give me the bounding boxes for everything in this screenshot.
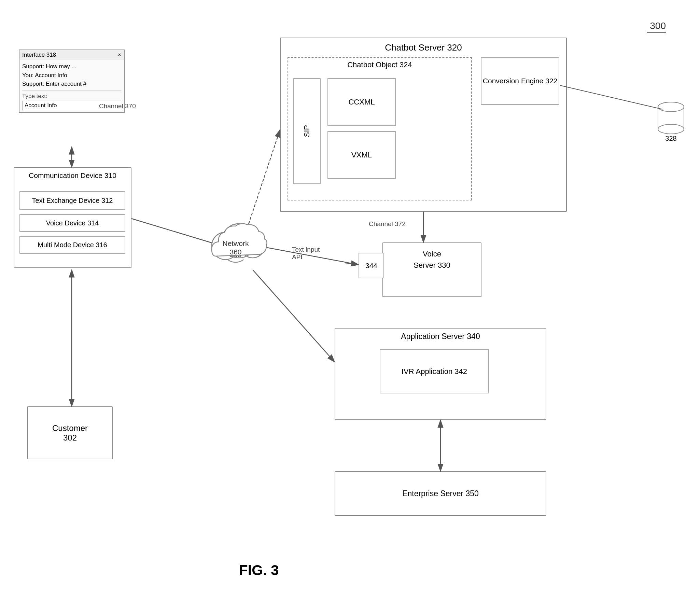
enterprise-server-box: Enterprise Server 350 bbox=[335, 471, 546, 516]
svg-point-2 bbox=[658, 124, 684, 134]
svg-line-16 bbox=[345, 263, 359, 265]
svg-line-12 bbox=[253, 270, 335, 362]
box-344: 344 bbox=[359, 253, 384, 278]
db-label: 328 bbox=[657, 135, 685, 142]
svg-point-3 bbox=[658, 102, 684, 112]
sip-box: SIP bbox=[293, 78, 321, 184]
vxml-box: VXML bbox=[327, 131, 396, 179]
conversion-engine-box: Conversion Engine 322 bbox=[481, 57, 559, 105]
svg-text:Network: Network bbox=[222, 239, 249, 247]
chatbot-object-box: Chatbot Object 324 SIP CCXML VXML bbox=[288, 57, 472, 200]
communication-device-box: Communication Device 310 Text Exchange D… bbox=[14, 167, 131, 268]
interface-close[interactable]: × bbox=[118, 52, 121, 58]
ref-number-300: 300 bbox=[650, 20, 666, 31]
ivr-app-box: IVR Application 342 bbox=[380, 349, 489, 393]
voice-device: Voice Device 314 bbox=[19, 214, 125, 232]
text-exchange-device: Text Exchange Device 312 bbox=[19, 191, 125, 210]
customer-label: Customer bbox=[52, 423, 88, 433]
interface-chat: Support: How may ... You: Account Info S… bbox=[22, 62, 121, 91]
app-server-box: Application Server 340 IVR Application 3… bbox=[335, 328, 546, 420]
text-input-api-label: Text inputAPI bbox=[292, 246, 320, 261]
type-text-label: Type text: bbox=[22, 93, 121, 100]
multi-mode-device: Multi Mode Device 316 bbox=[19, 236, 125, 254]
app-server-label: Application Server 340 bbox=[335, 329, 546, 343]
channel-372-label: Channel 372 bbox=[369, 220, 406, 228]
voice-server-label: VoiceServer 330 bbox=[383, 243, 481, 276]
customer-box: Customer 302 bbox=[27, 406, 113, 459]
comm-device-label: Communication Device 310 bbox=[14, 168, 131, 182]
diagram: 300 Interface 318 × Support: How may ...… bbox=[0, 0, 700, 599]
channel-370-label: Channel 370 bbox=[99, 102, 136, 110]
figure-label: FIG. 3 bbox=[239, 562, 279, 579]
interface-title: Interface 318 bbox=[22, 52, 56, 58]
network-cloud: Network 360 Network 360 bbox=[201, 212, 270, 268]
voice-server-box: VoiceServer 330 bbox=[382, 242, 481, 297]
customer-number: 302 bbox=[63, 433, 77, 443]
svg-text:360: 360 bbox=[229, 248, 241, 256]
svg-line-15 bbox=[560, 85, 662, 109]
chatbot-object-label: Chatbot Object 324 bbox=[288, 58, 471, 72]
database-icon: 328 bbox=[657, 101, 685, 142]
chatbot-server-label: Chatbot Server 320 bbox=[281, 38, 566, 56]
enterprise-server-label: Enterprise Server 350 bbox=[402, 489, 479, 498]
ccxml-box: CCXML bbox=[327, 78, 396, 126]
chatbot-server-box: Chatbot Server 320 Chatbot Object 324 SI… bbox=[280, 38, 567, 212]
